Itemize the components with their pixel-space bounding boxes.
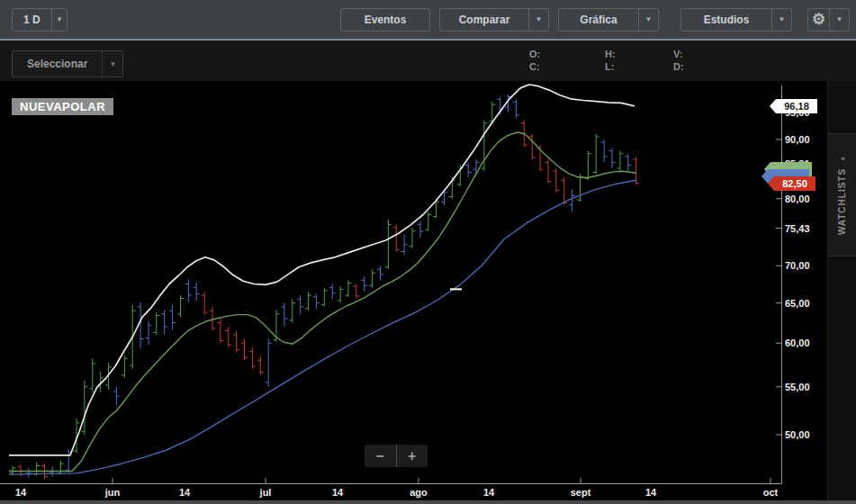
secondary-toolbar: Seleccionar ▼ O: C: H: L: V: D: — [0, 40, 856, 81]
chart-type-label: Gráfica — [559, 9, 638, 31]
chart-type-button[interactable]: Gráfica ▼ — [558, 8, 659, 32]
chevron-down-icon[interactable]: ▼ — [771, 9, 791, 31]
x-axis-label: 14 — [179, 487, 190, 498]
compare-button[interactable]: Comparar ▼ — [439, 8, 549, 32]
ohlc-open-close-column: O: C: — [529, 48, 540, 73]
periodicity-label: 1 D — [13, 9, 51, 31]
events-button[interactable]: Eventos — [340, 8, 430, 32]
y-axis-label: 60,00 — [785, 338, 810, 348]
y-axis-label: 70,00 — [785, 260, 810, 271]
settings-button[interactable]: ⚙ ▼ — [807, 8, 850, 32]
chevron-down-icon[interactable]: ▼ — [638, 9, 658, 31]
y-axis-label: 80,00 — [785, 194, 810, 204]
chevron-down-icon[interactable]: ▼ — [102, 51, 122, 76]
ohlc-high-low-column: H: L: — [605, 48, 616, 73]
x-axis-label: 14 — [15, 487, 26, 498]
y-axis-label: 50,00 — [785, 429, 810, 440]
ohlc-volume-date-column: V: D: — [673, 48, 684, 73]
y-axis-label: 55,00 — [785, 382, 810, 392]
zoom-out-button[interactable]: − — [365, 445, 396, 467]
x-axis-label: jul — [260, 487, 272, 498]
x-axis-label: jun — [105, 487, 121, 498]
high-field-label: H: — [605, 48, 616, 60]
studies-label: Estudios — [681, 9, 771, 31]
white-line-value-badge: 96,18 — [776, 99, 817, 113]
watchlists-tab[interactable]: WATCHLISTS ▲ — [828, 133, 856, 256]
y-axis-label: 90,00 — [785, 134, 810, 145]
watchlists-label: WATCHLISTS — [837, 168, 847, 235]
x-axis-label: sept — [571, 487, 591, 498]
green-overlay-line — [9, 132, 636, 472]
x-axis-label: 14 — [332, 487, 343, 498]
main-toolbar: 1 D ▼ Eventos Comparar ▼ Gráfica ▼ Estud… — [0, 0, 856, 40]
x-axis-label: 14 — [483, 487, 494, 498]
date-field-label: D: — [673, 60, 684, 73]
select-dropdown[interactable]: Seleccionar ▼ — [12, 50, 123, 77]
zoom-in-button[interactable]: + — [396, 445, 428, 467]
compare-label: Comparar — [440, 9, 528, 31]
watchlists-panel-strip: WATCHLISTS ▲ — [827, 81, 856, 500]
bottom-edge-strip — [0, 500, 856, 504]
periodicity-button[interactable]: 1 D ▼ — [12, 8, 68, 32]
studies-button[interactable]: Estudios ▼ — [680, 8, 792, 32]
expand-arrow-icon: ▲ — [839, 155, 845, 162]
y-axis-label: 65,00 — [785, 298, 810, 309]
events-label: Eventos — [341, 9, 429, 31]
volume-field-label: V: — [673, 48, 684, 60]
close-field-label: C: — [529, 60, 540, 73]
x-axis-label: 14 — [645, 487, 656, 498]
x-axis-label: oct — [763, 487, 779, 498]
chevron-down-icon[interactable]: ▼ — [528, 9, 548, 31]
y-axis-label: 75,43 — [785, 223, 810, 234]
gear-icon[interactable]: ⚙ — [808, 9, 829, 31]
blue-overlay-line — [9, 180, 636, 474]
open-field-label: O: — [529, 48, 540, 60]
low-field-label: L: — [605, 60, 616, 73]
zoom-control: − + — [365, 445, 428, 467]
white-overlay-line — [9, 85, 635, 455]
select-label: Seleccionar — [13, 51, 102, 76]
last-price-badge: 82,50 — [774, 176, 815, 191]
symbol-badge: NUEVAPOLAR — [12, 98, 113, 115]
x-axis-label: ago — [410, 487, 428, 498]
chevron-down-icon[interactable]: ▼ — [51, 9, 67, 31]
chevron-down-icon[interactable]: ▼ — [829, 9, 849, 31]
